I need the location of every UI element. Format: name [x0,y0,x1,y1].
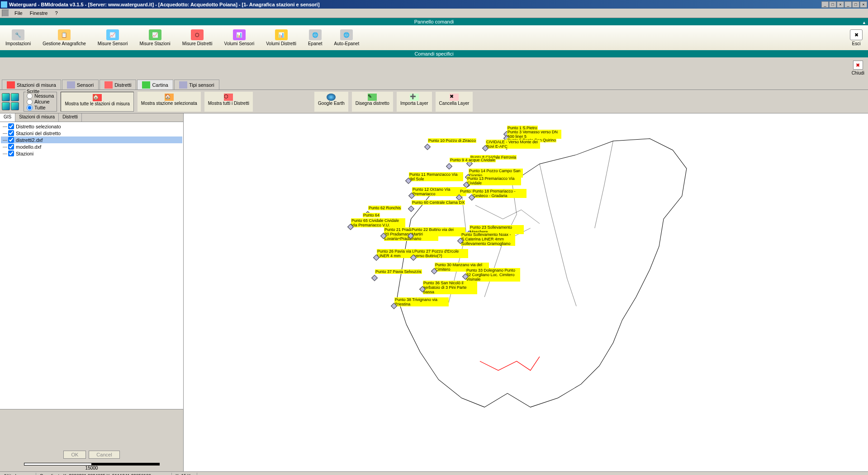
auto-epanet-button[interactable]: 🌐Auto-Epanet [332,28,361,47]
status-xy: X=15 Y= [172,473,197,475]
main-toolbar: 🔧Impostazioni 📋Gestione Anagrafiche 📈Mis… [0,25,868,50]
globe-button-1[interactable] [2,93,10,101]
window-title: Waterguard - BMIdrodata v3.1.5 - [Server… [9,2,821,7]
subtab-distretti[interactable]: Distretti [59,113,82,122]
tree-checkbox[interactable] [8,137,14,143]
tree-checkbox[interactable] [8,130,14,136]
impostazioni-button[interactable]: 🔧Impostazioni [4,28,33,47]
menu-file[interactable]: File [11,9,26,17]
menu-bar: File Finestre ? [0,9,868,18]
chiudi-icon: ✖ [853,61,863,70]
mdi-close-button[interactable]: × [860,1,867,8]
google-earth-button[interactable]: Google Earth [314,92,348,112]
globe-button-3[interactable] [2,102,10,110]
tree-expand-icon[interactable]: — [3,137,8,142]
secondary-toolbar: ✖ Chiudi [0,57,868,79]
tree-row[interactable]: —Stazioni del distretto [1,130,182,136]
tab-sensori[interactable]: Sensori [62,80,99,89]
status-bar: Altitude: Coordinate X=2368281.9804865 Y… [0,471,868,475]
volumi-sensori-button[interactable]: 📊Volumi Sensori [223,28,256,47]
sensor-icon [67,81,75,89]
svg-line-2 [521,210,540,223]
main-tabs: Stazioni di misura Sensori Distretti Car… [0,79,868,90]
epanet-button[interactable]: 🌐Epanet [306,28,324,47]
scale-bar: 15000 [0,461,183,471]
subtab-stazioni[interactable]: Stazioni di misura [15,113,59,122]
tree-expand-icon[interactable]: — [3,144,8,149]
district-icon [104,81,113,89]
gestione-button[interactable]: 📋Gestione Anagrafiche [41,28,88,47]
menu-help[interactable]: ? [51,9,61,17]
misure-distretti-button[interactable]: ⬡Misure Distretti [180,28,214,47]
tree-checkbox[interactable] [8,123,14,129]
mdi-icon[interactable] [2,9,9,17]
map-boundary [184,113,868,471]
tree-row[interactable]: —distretti2.dxf [1,136,182,143]
maximize-button[interactable]: □ [829,1,836,8]
import-layer-icon: ➕ [410,94,419,101]
tab-stazioni[interactable]: Stazioni di misura [2,80,61,89]
scritte-group: Scritte Nessuna Alcune Tutte [24,92,57,112]
title-bar: Waterguard - BMIdrodata v3.1.5 - [Server… [0,0,868,9]
map-viewport[interactable]: Punto 10 Pozzo di ZiraccoPunto 1 S.Pietr… [184,113,868,471]
panel-comandi-label: Pannello comandi [414,19,454,24]
mdi-maximize-button[interactable]: □ [852,1,859,8]
status-altitude: Altitude: [0,473,36,475]
misure-sensori-button[interactable]: 📈Misure Sensori [96,28,130,47]
cancel-button[interactable]: Cancel [89,451,119,459]
left-bottom-panel: OK Cancel [0,409,183,461]
sensor-type-icon [179,81,187,89]
tree-expand-icon[interactable]: — [3,131,8,136]
layer-tree[interactable]: —Distretto selezionato—Stazioni del dist… [0,122,183,409]
tree-label: modello.dxf [16,144,41,150]
tab-distretti[interactable]: Distretti [100,80,136,89]
ok-button[interactable]: OK [63,451,86,459]
tree-checkbox[interactable] [8,150,14,156]
svg-line-1 [503,210,522,219]
collapse-caret-icon[interactable]: ▲ [862,19,866,26]
map-icon [142,81,150,89]
mostra-distretti-button[interactable]: ⬡Mostra tutti i Distretti [204,92,253,112]
station-icon [7,81,15,89]
mostra-tutte-button[interactable]: 🏠Mostra tutte le stazioni di misura [61,92,133,112]
tree-label: Stazioni [16,151,33,156]
mostra-selezionata-button[interactable]: 🏠Mostra stazione selezionata [138,92,201,112]
houses-icon: 🏠 [93,94,102,101]
close-button[interactable]: × [837,1,844,8]
map-controls-row: Scritte Nessuna Alcune Tutte 🏠Mostra tut… [0,90,868,113]
tree-expand-icon[interactable]: — [3,151,8,156]
chiudi-button[interactable]: ✖ Chiudi [852,61,864,75]
radio-tutte[interactable] [27,105,33,111]
scale-label: 15000 [85,466,98,470]
minimize-button[interactable]: _ [821,1,829,8]
mdi-minimize-button[interactable]: _ [844,1,852,8]
tree-row[interactable]: —Stazioni [1,150,182,157]
tree-checkbox[interactable] [8,144,14,150]
tree-row[interactable]: —Distretto selezionato [1,123,182,130]
radio-alcune[interactable] [27,99,33,105]
cancella-layer-button[interactable]: ✖Cancella Layer [436,92,473,112]
app-icon [1,1,7,8]
tab-tipi[interactable]: Tipi sensori [174,80,219,89]
importa-layer-button[interactable]: ➕Importa Layer [397,92,432,112]
svg-line-4 [512,228,531,237]
tree-label: distretti2.dxf [16,137,43,143]
districts-icon: ⬡ [224,94,233,101]
globe-button-2[interactable] [11,93,19,101]
disegna-distretto-button[interactable]: ✎Disegna distretto [352,92,393,112]
svg-line-3 [484,233,512,237]
comandi-specifici-label: Comandi specifici [414,51,453,56]
misure-stazioni-button[interactable]: 📈Misure Stazioni [138,28,172,47]
status-coordinate: Coordinate X=2368281.9804865 Y=5111041.2… [36,473,172,475]
tab-cartina[interactable]: Cartina [137,80,173,89]
volumi-distretti-button[interactable]: 📊Volumi Distretti [264,28,298,47]
comandi-specifici-header: Comandi specifici [0,50,868,57]
tree-row[interactable]: —modello.dxf [1,143,182,150]
google-earth-icon [327,94,336,101]
left-panel: GIS Stazioni di misura Distretti —Distre… [0,113,184,471]
globe-button-4[interactable] [11,102,19,110]
tree-expand-icon[interactable]: — [3,124,8,129]
subtab-gis[interactable]: GIS [0,113,15,122]
menu-finestre[interactable]: Finestre [26,9,52,17]
esci-button[interactable]: ✖Esci [848,28,864,47]
